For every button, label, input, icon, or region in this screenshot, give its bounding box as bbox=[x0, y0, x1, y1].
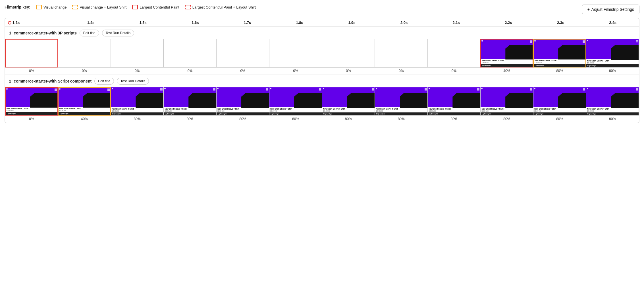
visual-change-layout-shift-icon bbox=[72, 5, 78, 9]
frame-cell-f2-11[interactable]: New Short Sleeve T-Shirt$25.99 USDLightw… bbox=[533, 87, 586, 116]
pct-f2-1: 0% bbox=[5, 116, 58, 123]
plus-icon: + bbox=[587, 7, 590, 12]
row-2-test-run-details-button[interactable]: Test Run Details bbox=[117, 78, 149, 85]
timeline-tick-4: 1.7s bbox=[221, 20, 274, 25]
pct-f2-8: 80% bbox=[375, 116, 428, 123]
frame-img-f2-8[interactable]: New Short Sleeve T-Shirt$25.99 USDLightw… bbox=[375, 87, 428, 116]
pct-f2-9: 80% bbox=[428, 116, 481, 123]
frame-img-f2-11[interactable]: New Short Sleeve T-Shirt$25.99 USDLightw… bbox=[533, 87, 586, 116]
frame-img-f1-10[interactable]: New Short Sleeve T-Shirt$25.99 USDLightw… bbox=[480, 39, 533, 67]
timeline-ticks: 1.3s1.4s1.5s1.6s1.7s1.8s1.9s2.0s2.1s2.2s… bbox=[11, 20, 639, 25]
pct-f1-3: 0% bbox=[111, 68, 164, 75]
frame-cell-f1-8[interactable] bbox=[375, 39, 428, 67]
pct-f1-9: 0% bbox=[428, 68, 481, 75]
row-2-edit-title-button[interactable]: Edit title bbox=[94, 78, 114, 85]
frame-img-f1-8[interactable] bbox=[375, 39, 428, 67]
frame-img-f2-7[interactable]: New Short Sleeve T-Shirt$25.99 USDLightw… bbox=[322, 87, 375, 116]
frame-cell-f1-1[interactable] bbox=[5, 39, 58, 67]
legend-visual-change-label: Visual change bbox=[43, 5, 67, 9]
frame-cell-f2-7[interactable]: New Short Sleeve T-Shirt$25.99 USDLightw… bbox=[322, 87, 375, 116]
frame-img-f2-4[interactable]: New Short Sleeve T-Shirt$25.99 USDLightw… bbox=[163, 87, 216, 116]
frame-cell-f2-8[interactable]: New Short Sleeve T-Shirt$25.99 USDLightw… bbox=[375, 87, 428, 116]
frame-cell-f2-5[interactable]: New Short Sleeve T-Shirt$25.99 USDLightw… bbox=[216, 87, 269, 116]
timeline-tick-9: 2.2s bbox=[482, 20, 535, 25]
frame-cell-f1-9[interactable] bbox=[428, 39, 481, 67]
frame-img-f2-9[interactable]: New Short Sleeve T-Shirt$25.99 USDLightw… bbox=[428, 87, 481, 116]
pct-f1-11: 80% bbox=[533, 68, 586, 75]
frame-img-f2-5[interactable]: New Short Sleeve T-Shirt$25.99 USDLightw… bbox=[216, 87, 269, 116]
frame-img-f2-12[interactable]: New Short Sleeve T-Shirt$25.99 USDLightw… bbox=[586, 87, 639, 116]
frame-img-f2-10[interactable]: New Short Sleeve T-Shirt$25.99 USDLightw… bbox=[480, 87, 533, 116]
frame-img-f1-1[interactable] bbox=[5, 39, 58, 67]
timeline-tick-11: 2.4s bbox=[587, 20, 639, 25]
adjust-filmstrip-button[interactable]: + Adjust Filmstrip Settings bbox=[582, 5, 639, 14]
frame-cell-f2-10[interactable]: New Short Sleeve T-Shirt$25.99 USDLightw… bbox=[480, 87, 533, 116]
timeline-tick-10: 2.3s bbox=[535, 20, 587, 25]
frame-cell-f2-12[interactable]: New Short Sleeve T-Shirt$25.99 USDLightw… bbox=[586, 87, 639, 116]
pct-f1-7: 0% bbox=[322, 68, 375, 75]
row-2-percentages: 0%40%80%80%80%80%80%80%80%80%80%80% bbox=[5, 116, 639, 123]
frame-img-f1-5[interactable] bbox=[216, 39, 269, 67]
timeline-tick-1: 1.4s bbox=[65, 20, 117, 25]
pct-f2-5: 80% bbox=[216, 116, 269, 123]
frame-img-f2-6[interactable]: New Short Sleeve T-Shirt$25.99 USDLightw… bbox=[269, 87, 322, 116]
frame-img-f2-3[interactable]: New Short Sleeve T-Shirt$25.99 USDLightw… bbox=[111, 87, 164, 116]
timeline-tick-2: 1.5s bbox=[117, 20, 169, 25]
lcp-layout-shift-icon bbox=[185, 5, 191, 9]
frame-img-f1-6[interactable] bbox=[269, 39, 322, 67]
frame-cell-f2-3[interactable]: New Short Sleeve T-Shirt$25.99 USDLightw… bbox=[111, 87, 164, 116]
pct-f2-10: 80% bbox=[480, 116, 533, 123]
frame-cell-f1-7[interactable] bbox=[322, 39, 375, 67]
filmstrip-container: 1.3s1.4s1.5s1.6s1.7s1.8s1.9s2.0s2.1s2.2s… bbox=[5, 18, 639, 123]
lcp-icon bbox=[132, 5, 138, 9]
row-1-test-run-details-button[interactable]: Test Run Details bbox=[102, 30, 134, 36]
frame-img-f1-7[interactable] bbox=[322, 39, 375, 67]
legend-visual-change: Visual change bbox=[36, 5, 67, 9]
visual-change-icon bbox=[36, 5, 42, 9]
filmstrip-legend: Filmstrip key: Visual change Visual chan… bbox=[5, 5, 256, 9]
frame-cell-f2-4[interactable]: New Short Sleeve T-Shirt$25.99 USDLightw… bbox=[163, 87, 216, 116]
frame-img-f1-3[interactable] bbox=[111, 39, 164, 67]
frame-img-f2-2[interactable]: New Short Sleeve T-Shirt$25.99 USDLightw… bbox=[58, 87, 111, 116]
frame-cell-f1-6[interactable] bbox=[269, 39, 322, 67]
legend-lcp-label: Largest Contentful Paint bbox=[140, 5, 179, 9]
row-1-edit-title-button[interactable]: Edit title bbox=[80, 30, 99, 36]
pct-f1-4: 0% bbox=[163, 68, 216, 75]
frame-cell-f2-2[interactable]: New Short Sleeve T-Shirt$25.99 USDLightw… bbox=[58, 87, 111, 116]
frame-cell-f1-10[interactable]: New Short Sleeve T-Shirt$25.99 USDLightw… bbox=[480, 39, 533, 67]
frame-cell-f1-12[interactable]: New Short Sleeve T-Shirt$25.99 USDLightw… bbox=[586, 39, 639, 67]
legend-visual-change-layout-shift: Visual change + Layout Shift bbox=[72, 5, 126, 9]
legend-label: Filmstrip key: bbox=[5, 5, 30, 9]
row-1-frames: New Short Sleeve T-Shirt$25.99 USDLightw… bbox=[5, 39, 639, 67]
timeline-start-dot bbox=[8, 21, 11, 24]
frame-cell-f2-9[interactable]: New Short Sleeve T-Shirt$25.99 USDLightw… bbox=[428, 87, 481, 116]
frame-img-f1-4[interactable] bbox=[163, 39, 216, 67]
frame-img-f1-9[interactable] bbox=[428, 39, 481, 67]
frame-cell-f1-4[interactable] bbox=[163, 39, 216, 67]
adjust-filmstrip-label: Adjust Filmstrip Settings bbox=[591, 7, 634, 12]
frame-cell-f1-5[interactable] bbox=[216, 39, 269, 67]
frame-img-f2-1[interactable]: New Short Sleeve T-Shirt$25.99 USDLightw… bbox=[5, 87, 58, 116]
pct-f1-1: 0% bbox=[5, 68, 58, 75]
timeline-tick-8: 2.1s bbox=[430, 20, 482, 25]
pct-f1-8: 0% bbox=[375, 68, 428, 75]
pct-f2-3: 80% bbox=[111, 116, 164, 123]
frame-cell-f2-1[interactable]: New Short Sleeve T-Shirt$25.99 USDLightw… bbox=[5, 87, 58, 116]
timeline-tick-6: 1.9s bbox=[326, 20, 378, 25]
pct-f1-5: 0% bbox=[216, 68, 269, 75]
pct-f2-7: 80% bbox=[322, 116, 375, 123]
row-2-frames: New Short Sleeve T-Shirt$25.99 USDLightw… bbox=[5, 87, 639, 116]
frame-img-f1-11[interactable]: New Short Sleeve T-Shirt$25.99 USDLightw… bbox=[533, 39, 586, 67]
frame-cell-f2-6[interactable]: New Short Sleeve T-Shirt$25.99 USDLightw… bbox=[269, 87, 322, 116]
frame-cell-f1-11[interactable]: New Short Sleeve T-Shirt$25.99 USDLightw… bbox=[533, 39, 586, 67]
pct-f2-12: 80% bbox=[586, 116, 639, 123]
frame-cell-f1-2[interactable] bbox=[58, 39, 111, 67]
pct-f1-2: 0% bbox=[58, 68, 111, 75]
row-2-header: 2: commerce-starter-with Script componen… bbox=[5, 75, 639, 87]
pct-f1-10: 40% bbox=[480, 68, 533, 75]
pct-f1-12: 80% bbox=[586, 68, 639, 75]
row-2-title: 2: commerce-starter-with Script componen… bbox=[9, 79, 92, 83]
frame-img-f1-2[interactable] bbox=[58, 39, 111, 67]
frame-cell-f1-3[interactable] bbox=[111, 39, 164, 67]
frame-img-f1-12[interactable]: New Short Sleeve T-Shirt$25.99 USDLightw… bbox=[586, 39, 639, 67]
